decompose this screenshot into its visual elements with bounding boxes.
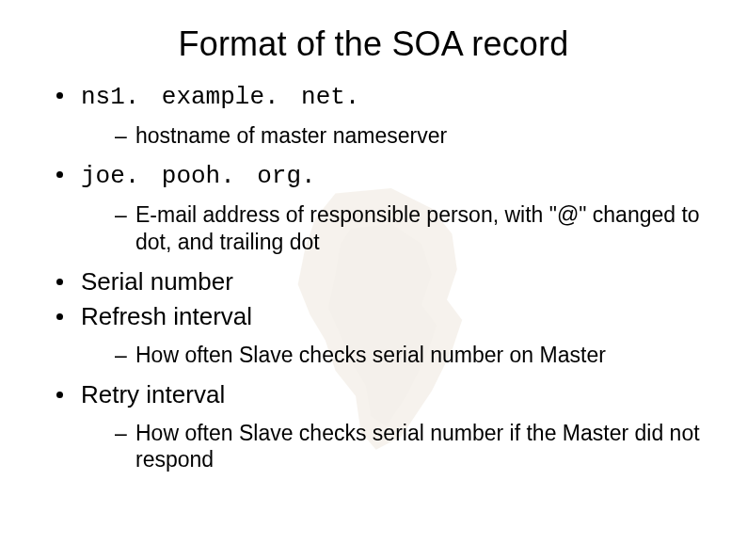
sub-list: How often Slave checks serial number on … xyxy=(81,342,709,369)
sub-list: E-mail address of responsible person, wi… xyxy=(81,201,709,256)
sub-list: hostname of master nameserver xyxy=(81,122,709,150)
sub-item: E-mail address of responsible person, wi… xyxy=(115,201,709,256)
sub-list: How often Slave checks serial number if … xyxy=(81,420,709,474)
slide-title: Format of the SOA record xyxy=(38,24,709,64)
bullet-item: Refresh interval How often Slave checks … xyxy=(56,302,709,368)
sub-item: How often Slave checks serial number on … xyxy=(115,342,709,369)
slide: Format of the SOA record ns1. example. n… xyxy=(0,0,747,504)
bullet-text: Serial number xyxy=(81,267,233,296)
bullet-item: Retry interval How often Slave checks se… xyxy=(56,380,709,473)
bullet-item: ns1. example. net. hostname of master na… xyxy=(56,81,709,149)
sub-item: hostname of master nameserver xyxy=(115,122,709,150)
bullet-item: Serial number xyxy=(56,267,709,297)
bullet-text: Retry interval xyxy=(81,380,225,408)
bullet-item: joe. pooh. org. E-mail address of respon… xyxy=(56,160,709,255)
sub-item: How often Slave checks serial number if … xyxy=(115,420,709,474)
bullet-text: Refresh interval xyxy=(81,302,252,330)
bullet-text: ns1. example. net. xyxy=(81,83,359,111)
bullet-list: ns1. example. net. hostname of master na… xyxy=(38,81,709,473)
bullet-text: joe. pooh. org. xyxy=(81,162,316,190)
